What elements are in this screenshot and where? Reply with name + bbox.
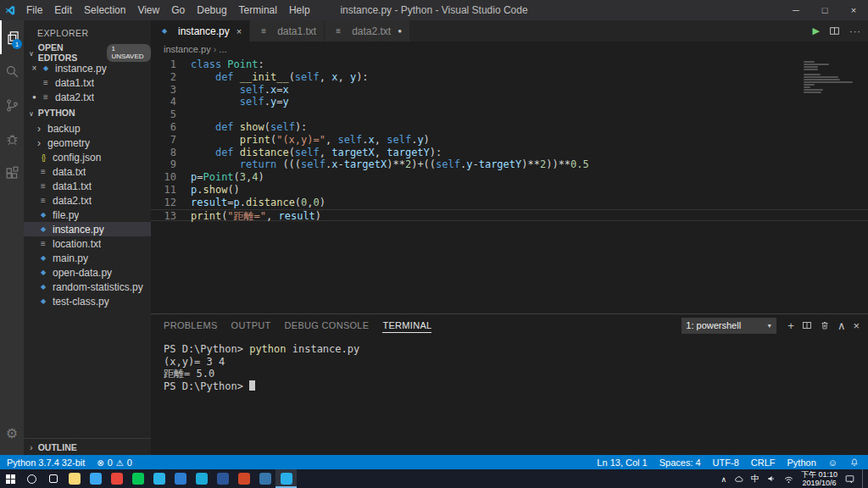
status-eol[interactable]: CRLF (751, 458, 776, 468)
activity-extensions[interactable] (0, 156, 24, 190)
tray-chevron-up-icon[interactable] (721, 474, 726, 484)
more-actions-button[interactable]: ··· (849, 26, 861, 36)
code-line-13[interactable]: 13print("距離=", result) (151, 209, 868, 222)
terminal-shell-select[interactable]: 1: powershell ▼ (682, 318, 776, 334)
feedback-icon[interactable] (828, 458, 837, 468)
file-config.json[interactable]: {}config.json (24, 150, 151, 164)
file-test-class.py[interactable]: ◆test-class.py (24, 294, 151, 308)
activity-debug[interactable] (0, 122, 24, 156)
split-editor-button[interactable] (829, 25, 840, 36)
file-data.txt[interactable]: ≡data.txt (24, 164, 151, 179)
close-tab-icon[interactable]: × (236, 26, 242, 36)
file-open-data.py[interactable]: ◆open-data.py (24, 265, 151, 280)
open-editor-instance.py[interactable]: ×◆instance.py (24, 61, 151, 75)
python-interpreter[interactable]: Python 3.7.4 32-bit (7, 458, 85, 468)
taskbar-edge[interactable] (85, 469, 106, 488)
code-line-1[interactable]: 1class Point: (151, 58, 868, 71)
dirty-icon[interactable]: ● (398, 27, 402, 35)
file-location.txt[interactable]: ≡location.txt (24, 236, 151, 251)
menu-view[interactable]: View (131, 1, 165, 19)
task-view-button[interactable] (42, 469, 64, 488)
file-data1.txt[interactable]: ≡data1.txt (24, 179, 151, 193)
menu-file[interactable]: File (20, 1, 48, 19)
open-editor-data2.txt[interactable]: ●≡data2.txt (24, 90, 151, 104)
code-line-6[interactable]: 6 def show(self): (151, 121, 868, 134)
kill-terminal-button[interactable] (820, 320, 830, 330)
code-line-9[interactable]: 9 return (((self.x-targetX)**2)+((self.y… (151, 158, 868, 171)
taskbar-mail[interactable] (191, 469, 212, 488)
file-backup[interactable]: ›backup (24, 121, 151, 136)
taskbar-line[interactable] (127, 469, 148, 488)
tab-instance.py[interactable]: ◆instance.py× (151, 20, 250, 42)
code-line-12[interactable]: 12result=p.distance(0,0) (151, 197, 868, 209)
taskbar-python-idle[interactable] (254, 469, 275, 488)
maximize-button[interactable]: □ (810, 0, 839, 20)
tab-data2.txt[interactable]: ≡data2.txt● (325, 20, 410, 42)
open-editor-data1.txt[interactable]: ≡data1.txt (24, 75, 151, 90)
code-line-7[interactable]: 7 print("(x,y)=", self.x, self.y) (151, 134, 868, 147)
taskbar-file-explorer[interactable] (64, 469, 85, 488)
code-line-10[interactable]: 10p=Point(3,4) (151, 171, 868, 184)
taskbar-word[interactable] (212, 469, 233, 488)
panel-tab-output[interactable]: OUTPUT (231, 318, 271, 333)
breadcrumb[interactable]: instance.py ... (151, 42, 868, 56)
new-terminal-button[interactable]: + (787, 319, 794, 332)
split-terminal-button[interactable] (802, 320, 812, 330)
file-file.py[interactable]: ◆file.py (24, 208, 151, 222)
code-line-11[interactable]: 11p.show() (151, 184, 868, 197)
notifications-bell-icon[interactable] (849, 458, 860, 468)
problems-indicator[interactable]: 0 0 (97, 458, 132, 468)
ime-indicator[interactable]: 中 (751, 473, 760, 485)
code-editor[interactable]: 1class Point:2 def __init__(self, x, y):… (151, 56, 868, 313)
menu-selection[interactable]: Selection (78, 1, 131, 19)
code-line-3[interactable]: 3 self.x=x (151, 84, 868, 97)
file-data2.txt[interactable]: ≡data2.txt (24, 193, 151, 208)
file-geometry[interactable]: ›geometry (24, 136, 151, 150)
tab-data1.txt[interactable]: ≡data1.txt (250, 20, 325, 42)
maximize-panel-button[interactable]: ∧ (837, 319, 846, 332)
show-desktop-button[interactable] (862, 469, 865, 488)
activity-explorer[interactable]: 1 (0, 20, 24, 54)
minimize-button[interactable]: ─ (782, 0, 810, 20)
menu-terminal[interactable]: Terminal (233, 1, 283, 19)
menu-debug[interactable]: Debug (191, 1, 232, 19)
action-center-icon[interactable] (844, 474, 855, 485)
activity-source-control[interactable] (0, 88, 24, 122)
code-line-8[interactable]: 8 def distance(self, targetX, targetY): (151, 147, 868, 159)
menu-help[interactable]: Help (283, 1, 316, 19)
minimap[interactable] (804, 61, 856, 94)
status-indentation[interactable]: Spaces: 4 (659, 458, 701, 468)
taskbar-store[interactable] (148, 469, 170, 488)
cortana-button[interactable] (21, 469, 42, 488)
run-button[interactable]: ▶ (813, 25, 820, 36)
file-random-statistics.py[interactable]: ◆random-statistics.py (24, 280, 151, 294)
panel-tab-problems[interactable]: PROBLEMS (164, 318, 218, 333)
taskbar-photos[interactable] (170, 469, 191, 488)
code-line-2[interactable]: 2 def __init__(self, x, y): (151, 71, 868, 84)
status-cursor-position[interactable]: Ln 13, Col 1 (597, 458, 647, 468)
close-button[interactable]: × (839, 0, 868, 20)
taskbar-vscode[interactable] (275, 469, 297, 488)
code-line-4[interactable]: 4 self.y=y (151, 96, 868, 108)
panel-tab-debug-console[interactable]: DEBUG CONSOLE (285, 318, 370, 333)
taskbar-chrome[interactable] (106, 469, 127, 488)
activity-search[interactable] (0, 54, 24, 88)
speaker-icon[interactable] (766, 474, 776, 484)
status-encoding[interactable]: UTF-8 (713, 458, 739, 468)
close-panel-button[interactable]: × (853, 319, 860, 332)
file-main.py[interactable]: ◆main.py (24, 251, 151, 265)
breadcrumb-file[interactable]: instance.py (164, 44, 211, 54)
taskbar-clock[interactable]: 下午 01:10 2019/10/6 (801, 470, 837, 487)
close-editor-icon[interactable]: × (29, 64, 40, 73)
panel-tab-terminal[interactable]: TERMINAL (382, 318, 431, 333)
code-line-5[interactable]: 5 (151, 108, 868, 121)
file-instance.py[interactable]: ◆instance.py (24, 222, 151, 236)
menu-edit[interactable]: Edit (48, 1, 78, 19)
activity-settings[interactable]: ⚙ (0, 416, 24, 450)
status-language-mode[interactable]: Python (787, 458, 816, 468)
folder-header[interactable]: PYTHON (24, 104, 151, 121)
taskbar-powerpoint[interactable] (233, 469, 254, 488)
outline-header[interactable]: OUTLINE (24, 438, 151, 455)
wifi-icon[interactable] (783, 474, 794, 485)
open-editors-header[interactable]: OPEN EDITORS 1 UNSAVED (24, 44, 151, 61)
